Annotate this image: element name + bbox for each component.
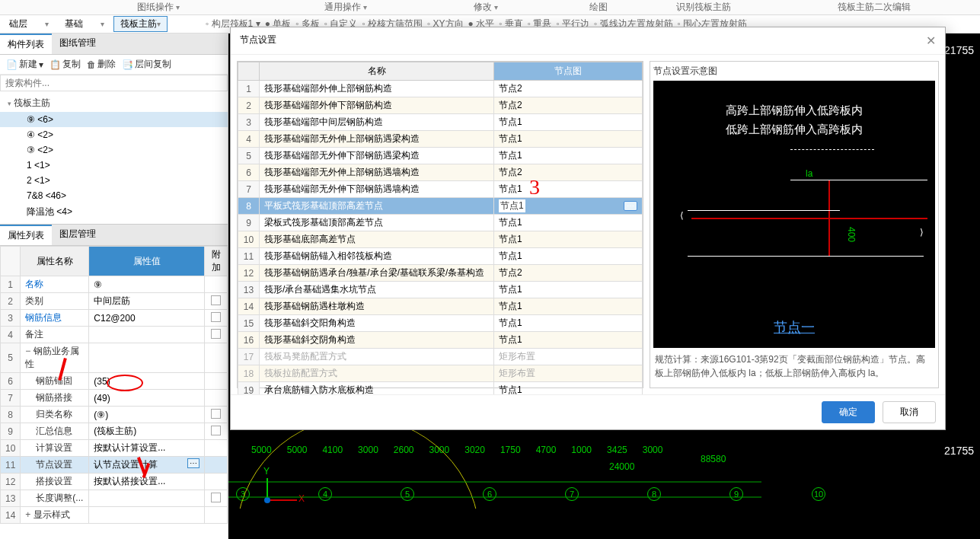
prop-row[interactable]: 3钢筋信息C12@200 bbox=[1, 310, 228, 327]
component-tree: 筏板主筋 ⑨ <6> ④ <2> ③ <2> 1 <1> 2 <1> 7&8 <… bbox=[0, 91, 228, 224]
node-table: 名称节点图 1筏形基础端部外伸上部钢筋构造节点22筏形基础端部外伸下部钢筋构造节… bbox=[238, 62, 643, 394]
diagram-400: 400 bbox=[846, 227, 857, 242]
node-row[interactable]: 19承台底筋锚入防水底板构造节点1 bbox=[238, 382, 643, 395]
ellipsis-button[interactable]: ⋯ bbox=[187, 458, 200, 468]
diagram-text-1: 高跨上部钢筋伸入低跨板内 bbox=[653, 104, 935, 118]
copy-button[interactable]: 📋 复制 bbox=[49, 58, 81, 71]
layer-select[interactable]: 础层▾ bbox=[2, 16, 56, 32]
node-row[interactable]: 4筏形基础端部无外伸上部钢筋遇梁构造节点1 bbox=[238, 131, 643, 148]
node-row[interactable]: 12筏形基础钢筋遇承台/独基/承台梁/基础联系梁/条基构造节点2 bbox=[238, 265, 643, 282]
node-row[interactable]: 17筏板马凳筋配置方式矩形布置 bbox=[238, 349, 643, 365]
node-row[interactable]: 8平板式筏形基础顶部高差节点节点1⋯ bbox=[238, 198, 643, 215]
property-panel: 属性列表 图层管理 属性名称属性值附加 1名称⑨2类别中间层筋3钢筋信息C12@… bbox=[0, 224, 228, 524]
close-icon[interactable]: ✕ bbox=[926, 33, 936, 48]
component-toolbar: 📄 新建 ▾ 📋 复制 🗑 删除 📑 层间复制 bbox=[0, 55, 228, 75]
prop-row[interactable]: 10计算设置按默认计算设置... bbox=[1, 440, 228, 457]
node-diagram: 高跨上部钢筋伸入低跨板内 低跨上部钢筋伸入高跨板内 la 400 ⟨ ⟩ 节点一 bbox=[653, 81, 935, 348]
node-row[interactable]: 1筏形基础端部外伸上部钢筋构造节点2 bbox=[238, 81, 643, 97]
tab-drawing-mgmt[interactable]: 图纸管理 bbox=[52, 33, 104, 54]
col-prop-name: 属性名称 bbox=[21, 247, 89, 276]
prop-row[interactable]: 13长度调整(... bbox=[1, 490, 228, 507]
node-row[interactable]: 7筏形基础端部无外伸下部钢筋遇墙构造节点1 bbox=[238, 181, 643, 198]
menu-identify[interactable]: 识别筏板主筋 bbox=[676, 1, 731, 14]
prop-row[interactable]: 7钢筋搭接(49) bbox=[1, 390, 228, 407]
node-row[interactable]: 15筏形基础斜交阳角构造节点1 bbox=[238, 315, 643, 332]
canvas-dim-right: 21755 bbox=[944, 44, 974, 56]
tab-prop-list[interactable]: 属性列表 bbox=[0, 225, 52, 245]
tab-layer-mgmt[interactable]: 图层管理 bbox=[52, 225, 104, 245]
node-row[interactable]: 9梁板式筏形基础顶部高差节点节点1 bbox=[238, 215, 643, 231]
node-row[interactable]: 11筏形基础钢筋锚入相邻筏板构造节点1 bbox=[238, 248, 643, 265]
tree-item[interactable]: 降温池 <4> bbox=[0, 203, 228, 221]
col-name: 名称 bbox=[260, 62, 494, 81]
tree-item[interactable]: 1 <1> bbox=[0, 158, 228, 173]
prop-row[interactable]: 11节点设置认节点设置计算⋯ bbox=[1, 457, 228, 474]
prop-row[interactable]: 12搭接设置按默认搭接设置... bbox=[1, 474, 228, 490]
node-row[interactable]: 13筏形/承台基础遇集水坑节点节点1 bbox=[238, 282, 643, 298]
menu-general-ops[interactable]: 通用操作 bbox=[324, 1, 367, 14]
tree-group[interactable]: 筏板主筋 bbox=[0, 94, 228, 112]
tree-item[interactable]: ③ <2> bbox=[0, 142, 228, 158]
tree-item[interactable]: ④ <2> bbox=[0, 127, 228, 142]
left-panel: 构件列表 图纸管理 📄 新建 ▾ 📋 复制 🗑 删除 📑 层间复制 筏板主筋 ⑨… bbox=[0, 33, 228, 539]
property-table: 属性名称属性值附加 1名称⑨2类别中间层筋3钢筋信息C12@2004备注5钢筋业… bbox=[0, 246, 228, 524]
category-select[interactable]: 基础▾ bbox=[58, 16, 111, 32]
prop-row[interactable]: 6钢筋锚固(35) bbox=[1, 373, 228, 390]
prop-row[interactable]: 8归类名称(⑨) bbox=[1, 407, 228, 423]
ok-button[interactable]: 确定 bbox=[822, 401, 875, 423]
ellipsis-button[interactable]: ⋯ bbox=[624, 201, 637, 211]
layer-copy-button[interactable]: 📑 层间复制 bbox=[122, 58, 171, 71]
node-row[interactable]: 16筏形基础斜交阴角构造节点1 bbox=[238, 332, 643, 349]
menu-draw[interactable]: 绘图 bbox=[589, 1, 608, 14]
dialog-title: 节点设置 bbox=[240, 33, 276, 48]
search-input[interactable] bbox=[0, 75, 228, 91]
tree-item[interactable]: 7&8 <46> bbox=[0, 188, 228, 203]
tree-item[interactable]: ⑨ <6> bbox=[0, 112, 228, 127]
diagram-label[interactable]: 节点一 bbox=[653, 318, 935, 336]
node-row[interactable]: 18筏板拉筋配置方式矩形布置 bbox=[238, 365, 643, 382]
diagram-text-2: 低跨上部钢筋伸入高跨板内 bbox=[653, 123, 935, 137]
prop-row[interactable]: 4备注 bbox=[1, 327, 228, 343]
col-prop-extra: 附加 bbox=[205, 247, 228, 276]
menu-secondary-edit[interactable]: 筏板主筋二次编辑 bbox=[838, 1, 911, 14]
col-prop-val: 属性值 bbox=[89, 247, 205, 276]
new-button[interactable]: 📄 新建 ▾ bbox=[6, 58, 43, 71]
node-row[interactable]: 6筏形基础端部无外伸上部钢筋遇墙构造节点2 bbox=[238, 164, 643, 181]
diagram-description: 规范计算：来源16G101-3第92页「变截面部位钢筋构造」节点。高板上部钢筋伸… bbox=[653, 348, 935, 384]
type-select[interactable]: 筏板主筋▾ bbox=[113, 16, 168, 32]
diagram-title: 节点设置示意图 bbox=[653, 65, 935, 78]
prop-row[interactable]: 9汇总信息(筏板主筋) bbox=[1, 423, 228, 440]
node-row[interactable]: 14筏形基础钢筋遇柱墩构造节点1 bbox=[238, 298, 643, 315]
prop-row[interactable]: 1名称⑨ bbox=[1, 276, 228, 293]
node-row[interactable]: 3筏形基础端部中间层钢筋构造节点1 bbox=[238, 114, 643, 131]
delete-button[interactable]: 🗑 删除 bbox=[87, 58, 116, 71]
prop-row[interactable]: 5钢筋业务属性 bbox=[1, 343, 228, 373]
node-row[interactable]: 2筏形基础端部外伸下部钢筋构造节点2 bbox=[238, 97, 643, 114]
component-tabs: 构件列表 图纸管理 bbox=[0, 33, 228, 55]
grid-bubble: 10 bbox=[812, 487, 825, 501]
tree-item[interactable]: 2 <1> bbox=[0, 173, 228, 188]
tab-component-list[interactable]: 构件列表 bbox=[0, 33, 52, 54]
top-toolbar: 图纸操作 通用操作 修改 绘图 识别筏板主筋 筏板主筋二次编辑 bbox=[0, 0, 980, 15]
node-row[interactable]: 10筏形基础底部高差节点节点1 bbox=[238, 231, 643, 248]
diagram-la: la bbox=[806, 168, 812, 179]
prop-row[interactable]: 2类别中间层筋 bbox=[1, 293, 228, 310]
menu-modify[interactable]: 修改 bbox=[474, 1, 498, 14]
col-node: 节点图 bbox=[494, 62, 643, 81]
cancel-button[interactable]: 取消 bbox=[883, 401, 936, 423]
menu-drawing-ops[interactable]: 图纸操作 bbox=[137, 1, 180, 14]
svg-point-0 bbox=[236, 417, 480, 509]
node-row[interactable]: 5筏形基础端部无外伸下部钢筋遇梁构造节点1 bbox=[238, 148, 643, 164]
prop-row[interactable]: 14显示样式 bbox=[1, 507, 228, 524]
node-settings-dialog: 节点设置 ✕ 名称节点图 1筏形基础端部外伸上部钢筋构造节点22筏形基础端部外伸… bbox=[230, 27, 946, 430]
